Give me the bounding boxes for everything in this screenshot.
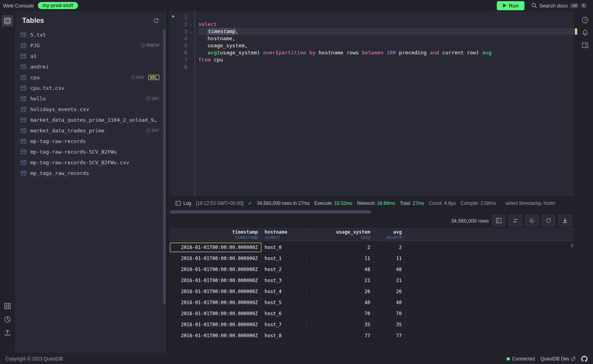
svg-text:?: ? [584,18,586,22]
toggle-layout-button[interactable] [509,215,522,227]
env-badge[interactable]: my-prod-stuff [38,2,78,9]
freeze-columns-button[interactable] [492,215,505,227]
table-row[interactable]: 2016-01-01T00:00:00.000000Zhost_54040 [170,297,574,308]
table-row[interactable]: 2016-01-01T00:00:00.000000Zhost_022 [170,242,574,253]
cell[interactable]: 48 [307,265,374,274]
results-grid[interactable]: timestamptimestamphostnamesymbolusage_sy… [170,228,574,353]
table-row[interactable]: 2016-01-01T00:00:00.000000Zhost_67070 [170,308,574,319]
cell[interactable]: 70 [374,309,405,318]
table-item[interactable]: hello DAY [15,93,166,104]
download-button[interactable] [558,215,572,227]
database-tab-icon[interactable] [2,15,13,27]
play-icon[interactable]: ▶ [172,14,178,18]
cell[interactable]: 2016-01-01T00:00:00.000000Z [170,331,261,340]
cell[interactable]: host_4 [261,287,307,296]
table-row[interactable]: 2016-01-01T00:00:00.000000Zhost_32121 [170,275,574,286]
cell[interactable]: host_3 [261,276,307,285]
refresh-results-button[interactable] [542,215,555,227]
partition-badge: MONTH [141,43,159,48]
cell[interactable]: host_7 [261,320,307,329]
table-item[interactable]: cpu DAYWAL [15,72,166,83]
results-vscroll-thumb[interactable] [571,243,573,247]
cell[interactable]: 2016-01-01T00:00:00.000000Z [170,265,261,274]
table-row[interactable]: 2016-01-01T00:00:00.000000Zhost_42626 [170,286,574,297]
table-row[interactable]: 2016-01-01T00:00:00.000000Zhost_24848 [170,264,574,275]
cell[interactable]: host_8 [261,331,307,340]
cell[interactable]: 2016-01-01T00:00:00.000000Z [170,320,261,329]
cell[interactable]: host_0 [261,243,307,252]
cell[interactable]: 35 [374,320,405,329]
cell[interactable]: 26 [307,287,374,296]
table-item[interactable]: 5.txt [15,30,166,40]
svg-rect-69 [176,201,181,205]
log-label[interactable]: Log [175,201,191,206]
cell[interactable]: 2016-01-01T00:00:00.000000Z [170,243,261,252]
help-icon[interactable]: ? [582,17,589,24]
grid-view-icon[interactable] [2,300,13,312]
refresh-icon[interactable] [153,18,159,24]
table-row[interactable]: 2016-01-01T00:00:00.000000Zhost_11111 [170,253,574,264]
cell[interactable]: 2 [374,243,405,252]
table-item[interactable]: cpu.txt.csv [15,83,166,93]
cell[interactable]: 40 [374,298,405,307]
panel-icon[interactable] [582,42,589,49]
cell[interactable]: 2016-01-01T00:00:00.000000Z [170,254,261,263]
column-header[interactable]: hostnamesymbol [261,228,307,241]
cell[interactable]: 2016-01-01T00:00:00.000000Z [170,298,261,307]
cell[interactable]: 40 [307,298,374,307]
column-header[interactable]: timestamptimestamp [170,228,261,241]
run-button[interactable]: Run [497,1,524,10]
table-list[interactable]: 5.txtPJG MONTHa1andreicpu DAYWALcpu.txt.… [15,30,166,353]
table-item[interactable]: holidays_events.csv [15,104,166,115]
table-item[interactable]: market_data_trades_prime DAY [15,125,166,136]
status-hscroll[interactable] [170,210,574,214]
export-icon[interactable] [2,327,13,339]
table-item[interactable]: PJG MONTH [15,40,166,51]
cell[interactable]: 77 [374,331,405,340]
column-header[interactable]: avgdouble [374,228,405,241]
column-header[interactable]: usage_systemlong [307,228,374,241]
cell[interactable]: 26 [374,287,405,296]
table-item[interactable]: andrei [15,61,166,72]
scrollbar-thumb[interactable] [163,30,166,305]
cell[interactable]: host_2 [261,265,307,274]
search-label: Search docs [539,3,568,9]
search-docs-button[interactable]: Search docs ctrl K [528,1,590,10]
chevron-down-icon[interactable]: ⌄ [187,21,194,28]
table-item[interactable]: mp-tag-raw-records-5CV_B2FWu.csv [15,157,166,168]
cell[interactable]: 77 [307,331,374,340]
chevron-down-icon[interactable]: ⌄ [187,28,194,35]
footer: Copyright © 2023 QuestDB Connected Quest… [0,353,593,364]
notifications-icon[interactable] [582,29,589,36]
cell[interactable]: 70 [307,309,374,318]
cell[interactable]: 2 [307,243,374,252]
chart-view-icon[interactable] [2,314,13,325]
cell[interactable]: 35 [307,320,374,329]
sql-editor[interactable]: ▶ 12345678 ⌄ ⌄ select timestamp, hostnam… [170,11,574,196]
table-item[interactable]: mp-tag-raw-records-5CV_B2FWu [15,147,166,157]
table-item[interactable]: mp_tags_raw_records [15,168,166,178]
github-link[interactable] [581,356,587,362]
copyright: Copyright © 2023 QuestDB [6,356,63,362]
cell[interactable]: 48 [374,265,405,274]
cell[interactable]: 21 [374,276,405,285]
questdb-dev-link[interactable]: QuestDB Dev [541,356,576,362]
cell[interactable]: 11 [307,254,374,263]
code-area[interactable]: select timestamp, hostname, usage_system… [194,11,574,196]
cell[interactable]: 2016-01-01T00:00:00.000000Z [170,287,261,296]
cell[interactable]: 2016-01-01T00:00:00.000000Z [170,276,261,285]
table-item[interactable]: market_data_quotes_prime_1104_2_unload_9… [15,115,166,125]
status-timestamp: [18:12:53 GMT+00:00] [196,201,243,206]
table-item[interactable]: a1 [15,51,166,61]
cell[interactable]: 2016-01-01T00:00:00.000000Z [170,309,261,318]
table-row[interactable]: 2016-01-01T00:00:00.000000Zhost_87777 [170,330,574,341]
table-row[interactable]: 2016-01-01T00:00:00.000000Zhost_73535 [170,319,574,330]
cell[interactable]: host_1 [261,254,307,263]
cell[interactable]: host_6 [261,309,307,318]
hscroll-thumb[interactable] [170,210,371,214]
cell[interactable]: host_5 [261,298,307,307]
cell[interactable]: 21 [307,276,374,285]
table-item[interactable]: mp-tag-raw-records [15,136,166,147]
cell[interactable]: 11 [374,254,405,263]
reset-button[interactable] [525,215,539,227]
